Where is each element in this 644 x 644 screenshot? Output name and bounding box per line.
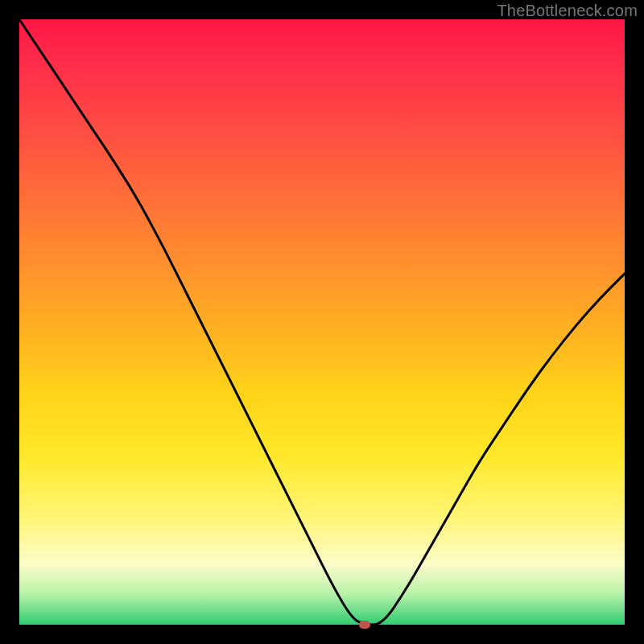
watermark-text: TheBottleneck.com <box>497 2 638 20</box>
plot-area <box>19 19 625 625</box>
min-marker <box>359 621 370 629</box>
chart-frame: TheBottleneck.com <box>0 0 644 644</box>
curve-svg <box>19 19 625 625</box>
bottleneck-curve <box>19 19 625 625</box>
